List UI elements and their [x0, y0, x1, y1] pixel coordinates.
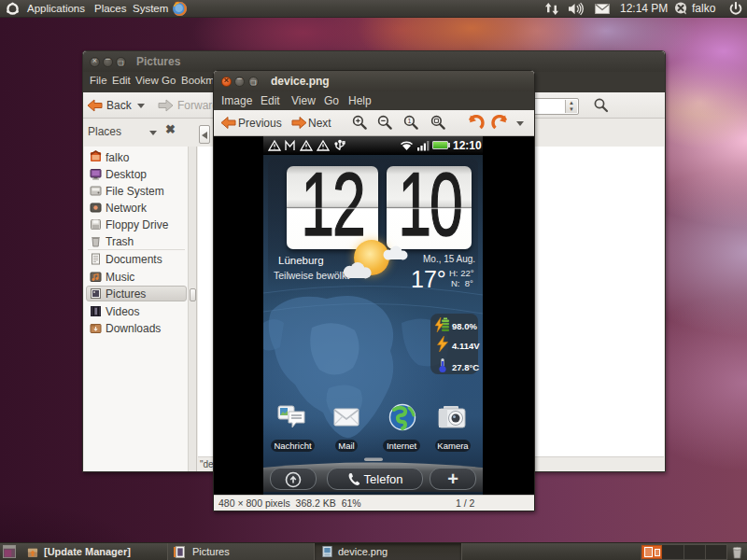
svg-text:1: 1 [407, 118, 411, 124]
